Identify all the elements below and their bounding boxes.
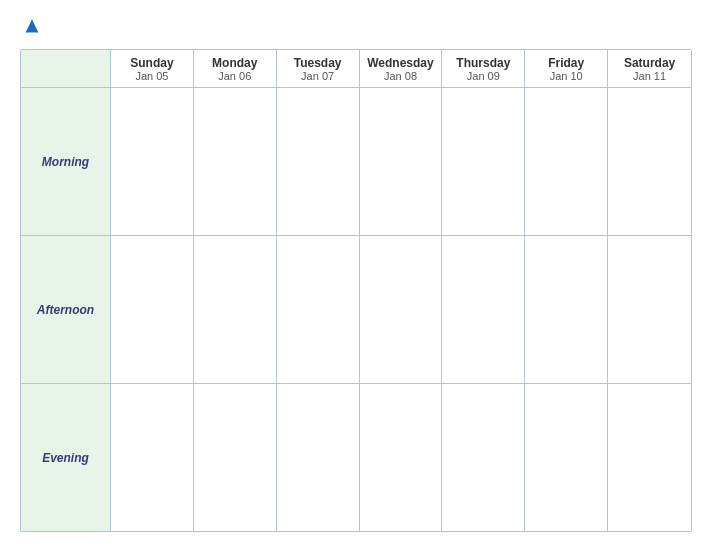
cell-2-3[interactable]	[360, 384, 443, 531]
calendar-row-0: Morning	[21, 88, 691, 236]
header-col-6: SaturdayJan 11	[608, 50, 691, 87]
cell-1-3[interactable]	[360, 236, 443, 383]
cell-0-2[interactable]	[277, 88, 360, 235]
calendar-header-row: SundayJan 05MondayJan 06TuesdayJan 07Wed…	[21, 50, 691, 88]
header-col-5: FridayJan 10	[525, 50, 608, 87]
calendar-body: MorningAfternoonEvening	[21, 88, 691, 531]
cell-1-1[interactable]	[194, 236, 277, 383]
cell-0-0[interactable]	[111, 88, 194, 235]
svg-marker-0	[26, 20, 39, 33]
cell-2-4[interactable]	[442, 384, 525, 531]
row-label-1: Afternoon	[21, 236, 111, 383]
cell-0-4[interactable]	[442, 88, 525, 235]
cell-1-5[interactable]	[525, 236, 608, 383]
logo-icon	[24, 18, 40, 34]
header	[20, 18, 692, 35]
first-col-label	[25, 56, 106, 70]
row-label-0: Morning	[21, 88, 111, 235]
cell-1-4[interactable]	[442, 236, 525, 383]
cell-1-6[interactable]	[608, 236, 691, 383]
cell-2-5[interactable]	[525, 384, 608, 531]
logo	[20, 18, 40, 35]
cell-1-2[interactable]	[277, 236, 360, 383]
cell-0-3[interactable]	[360, 88, 443, 235]
header-col-0: SundayJan 05	[111, 50, 194, 87]
calendar-row-1: Afternoon	[21, 236, 691, 384]
cell-0-6[interactable]	[608, 88, 691, 235]
cell-2-0[interactable]	[111, 384, 194, 531]
header-first-col	[21, 50, 111, 87]
header-col-3: WednesdayJan 08	[360, 50, 443, 87]
header-col-4: ThursdayJan 09	[442, 50, 525, 87]
cell-2-2[interactable]	[277, 384, 360, 531]
calendar: SundayJan 05MondayJan 06TuesdayJan 07Wed…	[20, 49, 692, 532]
cell-2-6[interactable]	[608, 384, 691, 531]
cell-1-0[interactable]	[111, 236, 194, 383]
header-col-2: TuesdayJan 07	[277, 50, 360, 87]
cell-0-5[interactable]	[525, 88, 608, 235]
row-label-2: Evening	[21, 384, 111, 531]
calendar-row-2: Evening	[21, 384, 691, 531]
cell-2-1[interactable]	[194, 384, 277, 531]
header-col-1: MondayJan 06	[194, 50, 277, 87]
cell-0-1[interactable]	[194, 88, 277, 235]
page: SundayJan 05MondayJan 06TuesdayJan 07Wed…	[0, 0, 712, 550]
